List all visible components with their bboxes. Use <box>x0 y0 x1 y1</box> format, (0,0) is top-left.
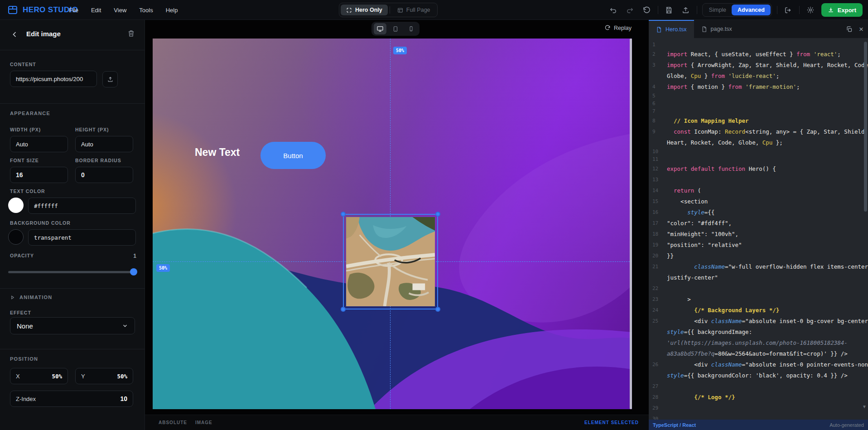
code-row: 21 className="w-full overflow-hidden fle… <box>649 261 868 272</box>
settings-gear-icon[interactable] <box>805 4 816 16</box>
code-row: 8 // Icon Mapping Helper <box>649 115 868 126</box>
code-row: style={{ backgroundImage: <box>649 326 868 337</box>
monitor-icon <box>376 25 384 33</box>
divider <box>0 349 145 349</box>
logout-icon[interactable] <box>782 4 794 16</box>
close-icon[interactable]: × <box>859 25 863 33</box>
effect-select[interactable]: None <box>10 317 135 334</box>
code-scrollbar-thumb[interactable] <box>864 42 867 212</box>
line-number: 14 <box>649 188 667 193</box>
code-row: 27 <box>649 381 868 391</box>
animation-header-row[interactable]: ANIMATION <box>10 295 52 300</box>
tab-page-tsx[interactable]: page.tsx <box>694 20 739 38</box>
code-row: 7 <box>649 107 868 115</box>
text-color-input[interactable] <box>28 198 136 214</box>
hero-button-element[interactable]: Button <box>260 142 326 169</box>
mobile-view-button[interactable] <box>405 23 417 34</box>
toolbar-divider <box>658 6 658 14</box>
full-page-toggle[interactable]: Full Page <box>392 5 436 15</box>
code-row: 11 <box>649 155 868 163</box>
line-number: 15 <box>649 198 667 204</box>
line-number: 28 <box>649 394 667 400</box>
selection-handle-sw[interactable] <box>341 307 346 312</box>
text-color-swatch[interactable] <box>8 198 24 213</box>
menu-help[interactable]: Help <box>166 7 178 14</box>
scroll-down-arrow-icon[interactable]: ▼ <box>862 404 867 409</box>
undo-icon[interactable] <box>608 4 619 16</box>
panel-title: Edit image <box>26 30 61 38</box>
height-input[interactable] <box>75 136 133 152</box>
menu-file[interactable]: File <box>69 7 78 14</box>
tab-label: Hero.tsx <box>665 26 687 33</box>
line-number: 4 <box>649 84 667 90</box>
background-color-swatch[interactable] <box>8 229 24 245</box>
code-row: 15 <section <box>649 196 868 207</box>
x-value: 50% <box>52 373 62 380</box>
opacity-slider-thumb[interactable] <box>130 268 137 275</box>
selection-handle-se[interactable] <box>435 307 440 312</box>
background-color-input[interactable] <box>28 229 136 246</box>
hero-only-toggle[interactable]: Hero Only <box>341 5 388 15</box>
canvas-area: Replay New Text Button 50% 50% <box>145 20 649 430</box>
menu-tools[interactable]: Tools <box>139 7 153 14</box>
hero-text-element[interactable]: New Text <box>195 146 240 159</box>
border-radius-input[interactable] <box>75 167 133 183</box>
z-index-value: 10 <box>120 395 127 402</box>
code-status-bar: TypeScript / React Auto-generated <box>649 420 868 430</box>
selection-handle-ne[interactable] <box>435 212 440 217</box>
redo-icon[interactable] <box>624 4 636 16</box>
position-x-field[interactable]: X 50% <box>10 368 68 384</box>
file-icon <box>656 27 662 33</box>
width-input[interactable] <box>10 136 68 152</box>
replay-label: Replay <box>614 25 632 31</box>
code-row: 18"minHeight": "100vh", <box>649 228 868 239</box>
canvas-scrollbar[interactable] <box>630 39 632 409</box>
line-number: 7 <box>649 108 667 114</box>
export-button[interactable]: Export <box>821 3 863 17</box>
phone-icon <box>408 26 414 32</box>
divider <box>0 288 145 289</box>
back-chevron-icon[interactable] <box>10 30 19 39</box>
copy-icon[interactable] <box>846 26 853 33</box>
code-row: 1 <box>649 41 868 48</box>
aerial-photo-image[interactable] <box>346 217 435 306</box>
save-icon[interactable] <box>663 4 675 16</box>
code-line-text: export default function Hero() { <box>667 165 776 172</box>
upload-icon[interactable] <box>680 4 692 16</box>
code-line-text: "minHeight": "100vh", <box>667 231 738 237</box>
position-header: POSITION <box>10 356 38 362</box>
export-label: Export <box>838 7 856 14</box>
advanced-mode-button[interactable]: Advanced <box>732 5 771 15</box>
code-line-text: style={{ backgroundColor: 'black', opaci… <box>667 372 848 379</box>
menu-view[interactable]: View <box>114 7 126 14</box>
replay-button[interactable]: Replay <box>604 25 632 31</box>
font-size-input[interactable] <box>10 167 68 183</box>
upload-image-button[interactable] <box>102 71 118 87</box>
code-editor[interactable]: 12import React, { useState, useEffect } … <box>649 38 868 420</box>
tablet-view-button[interactable] <box>389 23 402 34</box>
z-index-field[interactable]: Z-Index 10 <box>10 391 133 407</box>
code-panel: Hero.tsx page.tsx × 12import React, { us… <box>649 20 868 430</box>
code-row: 26 <div className="absolute inset-0 poin… <box>649 359 868 370</box>
position-y-field[interactable]: Y 50% <box>75 368 133 384</box>
line-number: 20 <box>649 253 667 259</box>
code-row: 9 const IconMap: Record<string, any> = {… <box>649 126 868 137</box>
hero-preview[interactable]: New Text Button 50% 50% <box>153 39 632 409</box>
line-number: 18 <box>649 231 667 237</box>
menu-edit[interactable]: Edit <box>91 7 101 14</box>
code-row: 10 <box>649 148 868 155</box>
tab-hero-tsx[interactable]: Hero.tsx <box>649 20 694 38</box>
code-line-text: import { ArrowRight, Zap, Star, Shield, … <box>667 62 868 68</box>
opacity-slider-track[interactable] <box>8 271 137 273</box>
line-number: 17 <box>649 220 667 226</box>
code-row: Heart, Rocket, Code, Globe, Cpu }; <box>649 137 868 148</box>
tab-actions: × <box>846 20 863 38</box>
simple-mode-button[interactable]: Simple <box>704 7 732 13</box>
selection-handle-nw[interactable] <box>341 212 346 217</box>
content-url-input[interactable] <box>10 71 97 87</box>
view-toggle: Hero Only Full Page <box>339 3 438 17</box>
trash-icon[interactable] <box>127 29 135 37</box>
selected-image-element[interactable] <box>343 214 438 309</box>
desktop-view-button[interactable] <box>374 23 386 34</box>
reset-icon[interactable] <box>641 4 653 16</box>
